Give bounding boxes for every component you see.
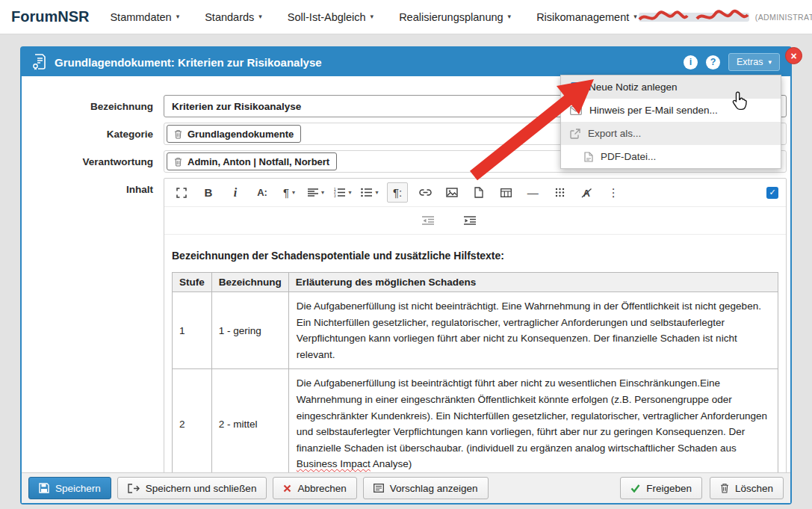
menu-item-neue-notiz[interactable]: Neue Notiz anlegen xyxy=(561,75,781,99)
clear-format-glyph: A xyxy=(581,188,592,198)
link-icon[interactable] xyxy=(415,182,435,203)
menu-item-pdf-datei[interactable]: PDF-Datei... xyxy=(561,145,781,168)
cell-erlaeuterung[interactable]: Die Aufgabenerfüllung ist nicht beeinträ… xyxy=(288,292,778,369)
top-navigation: ForumNSR Stammdaten▾ Standards▾ Soll-Ist… xyxy=(0,0,812,34)
indent-glyph xyxy=(464,216,476,225)
menu-item-export-als[interactable]: Export als... xyxy=(561,122,781,145)
nav-item-risikomanagement[interactable]: Risikomanagement▾ xyxy=(536,11,637,23)
paragraph-format-icon[interactable]: ¶▾ xyxy=(279,182,299,203)
redaction-scribble xyxy=(637,9,751,25)
italic-icon[interactable]: i xyxy=(226,182,245,203)
special-characters-icon[interactable] xyxy=(550,182,569,203)
list-icon xyxy=(374,484,384,493)
table-icon[interactable] xyxy=(496,182,515,203)
editor-toolbar-main: B i A: ¶▾ ▾ 123 ▾ ▾ xyxy=(164,179,786,207)
chevron-down-icon: ▾ xyxy=(371,13,374,20)
paragraph-glyph: ¶ xyxy=(283,186,289,199)
table-glyph xyxy=(500,188,512,197)
ordered-list-icon[interactable]: 123 ▾ xyxy=(333,182,353,203)
footer-right-actions: Freigeben Löschen xyxy=(620,477,784,499)
suggestion-label: Vorschlag anzeigen xyxy=(390,483,478,494)
content-heading[interactable]: Bezeichnungen der Schadenspotentiale und… xyxy=(172,250,778,262)
close-button[interactable]: × xyxy=(785,47,802,64)
cell-text: Analyse) xyxy=(371,458,412,469)
export-icon xyxy=(570,129,580,139)
dialog-title: Grundlagendokument: Kriterien zur Risiko… xyxy=(55,56,322,69)
main-menu: Stammdaten▾ Standards▾ Soll-Ist-Abgleich… xyxy=(110,11,636,23)
menu-item-email-hinweis[interactable]: Hinweis per E-Mail senden... xyxy=(561,99,781,122)
extras-menu: Neue Notiz anlegen Hinweis per E-Mail se… xyxy=(560,75,781,169)
kategorie-chip-label: Grundlagendokumente xyxy=(187,129,294,140)
bold-icon[interactable]: B xyxy=(199,182,218,203)
cell-bezeichnung[interactable]: 1 - gering xyxy=(211,292,288,369)
cancel-label: Abbrechen xyxy=(297,483,346,494)
suggestion-button[interactable]: Vorschlag anzeigen xyxy=(363,477,489,499)
trash-icon[interactable] xyxy=(174,157,182,167)
clear-formatting-icon[interactable]: A xyxy=(577,182,596,203)
editor-content[interactable]: Bezeichnungen der Schadenspotentiale und… xyxy=(164,235,786,488)
chevron-down-icon: ▾ xyxy=(292,190,295,196)
align-glyph xyxy=(308,188,318,197)
info-icon[interactable]: i xyxy=(684,55,698,70)
nav-item-stammdaten[interactable]: Stammdaten▾ xyxy=(110,11,179,23)
editor-checkbox[interactable]: ✓ xyxy=(766,187,778,199)
table-header-bezeichnung[interactable]: Bezeichnung xyxy=(211,273,288,292)
table-header-erlaeuterung[interactable]: Erläuterung des möglichen Schadens xyxy=(288,273,778,292)
delete-label: Löschen xyxy=(735,483,773,494)
editor-toolbar-secondary xyxy=(164,207,786,235)
save-close-button[interactable]: Speichern und schließen xyxy=(117,477,267,499)
nav-item-soll-ist-abgleich[interactable]: Soll-Ist-Abgleich▾ xyxy=(288,11,374,23)
user-role-label: (ADMINISTRATOR) xyxy=(755,13,812,22)
table-header-stufe[interactable]: Stufe xyxy=(173,273,212,292)
chevron-down-icon: ▾ xyxy=(321,190,324,196)
ellipsis-glyph: ⋮ xyxy=(608,186,619,200)
user-menu[interactable]: (ADMINISTRATOR) ▾ xyxy=(637,0,812,34)
verantwortung-chip[interactable]: Admin, Anton | Notfall, Norbert xyxy=(167,152,337,170)
chevron-down-icon: ▾ xyxy=(508,13,512,20)
cancel-button[interactable]: Abbrechen xyxy=(273,477,356,499)
cell-bezeichnung[interactable]: 2 - mittel xyxy=(211,369,288,479)
redacted-username xyxy=(637,9,751,25)
file-glyph xyxy=(474,187,483,198)
note-icon xyxy=(570,81,581,93)
align-icon[interactable]: ▾ xyxy=(306,182,326,203)
inhalt-label: Inhalt xyxy=(22,178,164,195)
nav-item-standards[interactable]: Standards▾ xyxy=(205,11,262,23)
file-icon[interactable] xyxy=(469,182,489,203)
outdent-icon[interactable] xyxy=(418,211,438,231)
trash-icon[interactable] xyxy=(174,129,182,139)
save-icon xyxy=(39,483,49,493)
app-logo[interactable]: ForumNSR xyxy=(11,8,89,25)
help-icon[interactable]: ? xyxy=(706,55,720,70)
image-icon[interactable] xyxy=(442,182,462,203)
indent-icon[interactable] xyxy=(460,211,480,231)
check-icon xyxy=(630,484,640,493)
delete-button[interactable]: Löschen xyxy=(710,477,784,499)
nav-item-realisierungsplanung[interactable]: Realisierungsplanung▾ xyxy=(399,11,511,23)
cell-erlaeuterung[interactable]: Die Aufgabenerfüllung ist beeinträchtigt… xyxy=(288,369,778,479)
cell-stufe[interactable]: 1 xyxy=(173,292,212,369)
horizontal-rule-icon[interactable]: — xyxy=(523,182,542,203)
outdent-glyph xyxy=(422,216,434,225)
extras-button[interactable]: Extras ▾ xyxy=(728,53,780,71)
more-options-icon[interactable]: ⋮ xyxy=(604,182,623,203)
menu-item-label: Export als... xyxy=(588,128,641,139)
content-table: Stufe Bezeichnung Erläuterung des möglic… xyxy=(172,272,778,479)
paragraph-style-icon[interactable]: ¶: xyxy=(387,182,408,203)
logo-nsr: NSR xyxy=(58,8,89,25)
kategorie-label: Kategorie xyxy=(22,129,164,140)
menu-item-label: Neue Notiz anlegen xyxy=(589,81,678,93)
save-button[interactable]: Speichern xyxy=(28,477,111,499)
fullscreen-icon[interactable] xyxy=(172,182,191,203)
bezeichnung-label: Bezeichnung xyxy=(22,101,164,112)
font-size-glyph: A: xyxy=(257,187,267,198)
dots-grid-glyph xyxy=(555,188,565,197)
bullet-list-icon[interactable]: ▾ xyxy=(360,182,379,203)
kategorie-chip[interactable]: Grundlagendokumente xyxy=(167,125,301,143)
cell-stufe[interactable]: 2 xyxy=(173,369,212,479)
svg-text:3: 3 xyxy=(334,194,336,197)
release-button[interactable]: Freigeben xyxy=(620,477,702,499)
nav-label: Soll-Ist-Abgleich xyxy=(288,11,366,23)
italic-glyph: i xyxy=(234,186,237,200)
font-size-icon[interactable]: A: xyxy=(252,182,272,203)
